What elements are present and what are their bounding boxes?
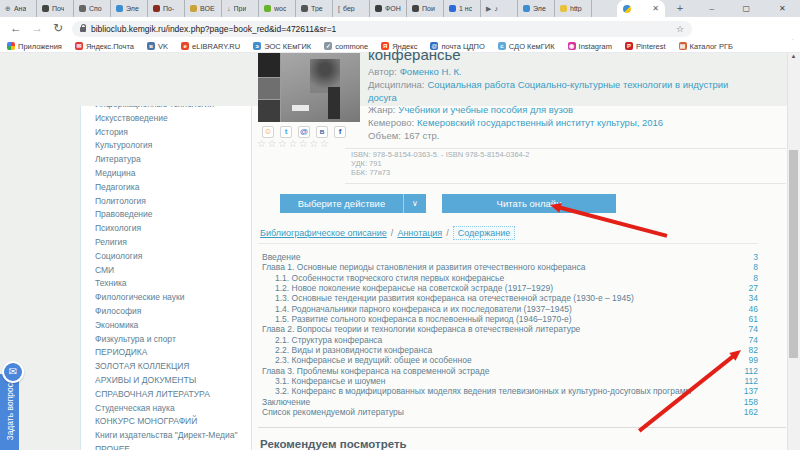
browser-tab[interactable]: http: [555, 0, 592, 17]
bookmark-item[interactable]: PPinterest: [625, 42, 666, 51]
toc-entry-link[interactable]: Список рекомендуемой литературы: [262, 407, 404, 417]
browser-tab[interactable]: ↓При: [222, 0, 259, 17]
toc-page-number[interactable]: 158: [744, 397, 758, 407]
toc-entry-link[interactable]: 2.1. Структура конферанса: [275, 335, 382, 345]
maximize-button[interactable]: ▢: [743, 4, 751, 13]
sidebar-category-item[interactable]: Книги издательства "Директ-Медиа": [81, 429, 251, 443]
browser-tab[interactable]: woc: [259, 0, 296, 17]
browser-tab[interactable]: Спо: [74, 0, 111, 17]
toc-entry-link[interactable]: Глава 1. Основные периоды становления и …: [262, 262, 586, 272]
bookmark-item[interactable]: ◉Instagram: [568, 42, 612, 51]
sidebar-category-item[interactable]: Социология: [81, 250, 251, 264]
browser-tab[interactable]: ФОН: [370, 0, 407, 17]
sidebar-category-item[interactable]: ПРОЧЕЕ: [81, 443, 251, 450]
toc-page-number[interactable]: 82: [749, 345, 758, 355]
bookmark-item[interactable]: ▤Каталог РГБ: [679, 42, 733, 51]
meta-value[interactable]: Учебники и учебные пособия для вузов: [398, 104, 573, 115]
sidebar-category-item[interactable]: СПРАВОЧНАЯ ЛИТЕРАТУРА: [81, 388, 251, 402]
ask-question-ribbon[interactable]: Задать вопрос: [0, 374, 19, 450]
toc-entry-link[interactable]: 2.2. Виды и разновидности конферанса: [275, 345, 432, 355]
reload-icon[interactable]: ↻: [53, 17, 63, 40]
back-icon[interactable]: ←: [10, 17, 22, 40]
bookmark-item[interactable]: ✓commone: [324, 42, 368, 51]
browser-tab[interactable]: ⊕Ана: [0, 0, 37, 17]
sidebar-category-item[interactable]: АРХИВЫ И ДОКУМЕНТЫ: [81, 374, 251, 388]
sidebar-category-item[interactable]: Техника: [81, 277, 251, 291]
toc-page-number[interactable]: 112: [744, 376, 758, 386]
new-tab-button[interactable]: +: [673, 1, 687, 15]
browser-tab[interactable]: Пои: [407, 0, 444, 17]
toc-page-number[interactable]: 99: [749, 355, 758, 365]
toc-page-number[interactable]: 8: [753, 273, 758, 283]
toc-page-number[interactable]: 74: [749, 335, 758, 345]
sidebar-category-item[interactable]: Политология: [81, 195, 251, 209]
minimize-button[interactable]: –: [709, 4, 713, 13]
toc-entry-link[interactable]: 3.1. Конферансье и шоумен: [275, 376, 386, 386]
toc-page-number[interactable]: 74: [749, 324, 758, 334]
sidebar-category-item[interactable]: Студенческая наука: [81, 402, 251, 416]
twitter-icon[interactable]: t: [280, 126, 292, 138]
toc-page-number[interactable]: 61: [749, 314, 758, 324]
sidebar-category-item[interactable]: Литература: [81, 153, 251, 167]
meta-value[interactable]: Кемеровский государственный институт кул…: [417, 117, 663, 128]
close-button[interactable]: ✕: [779, 4, 786, 13]
moimir-icon[interactable]: @: [298, 126, 310, 138]
page-scrollbar-thumb[interactable]: [789, 150, 798, 358]
sidebar-category-item[interactable]: Культурология: [81, 139, 251, 153]
tab-contents-active[interactable]: Содержание: [453, 226, 516, 240]
facebook-icon[interactable]: f: [334, 126, 346, 138]
url-text[interactable]: biblioclub.kemgik.ru/index.php?page=book…: [91, 24, 336, 34]
sidebar-category-item[interactable]: Филологические науки: [81, 291, 251, 305]
sidebar-category-item[interactable]: СМИ: [81, 264, 251, 278]
scrollbar-up-arrow[interactable]: ▲: [789, 53, 798, 59]
browser-tab[interactable]: Тре: [296, 0, 333, 17]
sidebar-category-item[interactable]: Психология: [81, 222, 251, 236]
toc-entry-link[interactable]: Заключение: [262, 397, 310, 407]
toc-page-number[interactable]: 3: [753, 252, 758, 262]
sidebar-category-item[interactable]: Правоведение: [81, 208, 251, 222]
browser-tab[interactable]: ВОЕ: [185, 0, 222, 17]
sidebar-category-item[interactable]: Экономика: [81, 319, 251, 333]
sidebar-category-item[interactable]: КОНКУРС МОНОГРАФИЙ: [81, 415, 251, 429]
rating-stars[interactable]: ☆☆☆☆☆☆☆: [257, 138, 330, 149]
toc-entry-link[interactable]: 1.3. Основные тенденции развития конфера…: [275, 293, 634, 303]
browser-tab[interactable]: По-: [148, 0, 185, 17]
bookmark-star-icon[interactable]: ☆: [676, 24, 684, 34]
browser-tab[interactable]: ▶♪: [481, 0, 518, 17]
sidebar-category-item[interactable]: Искусствоведение: [81, 112, 251, 126]
sidebar-category-item[interactable]: ПЕРИОДИКА: [81, 346, 251, 360]
forward-icon[interactable]: →: [31, 17, 43, 40]
tab-bibliographic-description[interactable]: Библиографическое описание: [260, 228, 387, 238]
toc-page-number[interactable]: 162: [744, 407, 758, 417]
browser-tab[interactable]: 1 нс: [444, 0, 481, 17]
address-bar[interactable]: biblioclub.kemgik.ru/index.php?page=book…: [72, 21, 692, 37]
toc-page-number[interactable]: 34: [749, 293, 758, 303]
toc-page-number[interactable]: 112: [744, 366, 758, 376]
read-online-button[interactable]: Читать онлайн: [442, 194, 616, 213]
browser-tab[interactable]: Поч: [37, 0, 74, 17]
browser-tab[interactable]: [бер: [333, 0, 370, 17]
toc-entry-link[interactable]: Глава 2. Вопросы теории и технологии кон…: [262, 324, 580, 334]
sidebar-category-item[interactable]: Философия: [81, 305, 251, 319]
bookmark-item[interactable]: eeLIBRARY.RU: [181, 42, 240, 51]
toc-entry-link[interactable]: 1.2. Новое поколение конферансье на сове…: [275, 283, 553, 293]
sidebar-category-item[interactable]: Физкультура и спорт: [81, 333, 251, 347]
sidebar-category-item[interactable]: ЗОЛОТАЯ КОЛЛЕКЦИЯ: [81, 360, 251, 374]
bookmark-item[interactable]: сСДО КемГИК: [498, 42, 555, 51]
sidebar-category-item[interactable]: Религия: [81, 236, 251, 250]
sidebar-category-item[interactable]: Медицина: [81, 167, 251, 181]
vk-icon[interactable]: в: [316, 126, 328, 138]
toc-entry-link[interactable]: 2.3. Конферансье и ведущий: общее и особ…: [275, 355, 472, 365]
toc-entry-link[interactable]: 1.5. Развитие сольного конферанса в посл…: [275, 314, 572, 324]
toc-page-number[interactable]: 46: [749, 304, 758, 314]
sidebar-category-item[interactable]: Педагогика: [81, 181, 251, 195]
bookmark-item[interactable]: вVK: [147, 42, 168, 51]
toc-entry-link[interactable]: 1.4. Родоначальники парного конферанса и…: [275, 304, 572, 314]
odnoklassniki-icon[interactable]: ☺: [262, 126, 274, 138]
toc-entry-link[interactable]: 3.2. Конферанс в модифицированных моделя…: [275, 386, 691, 396]
tab-annotation[interactable]: Аннотация: [397, 228, 442, 238]
toc-page-number[interactable]: 27: [749, 283, 758, 293]
active-tab[interactable]: ✕: [617, 0, 665, 17]
tab-close-icon[interactable]: ✕: [652, 0, 659, 17]
ask-question-envelope-icon[interactable]: ✉: [2, 361, 24, 383]
